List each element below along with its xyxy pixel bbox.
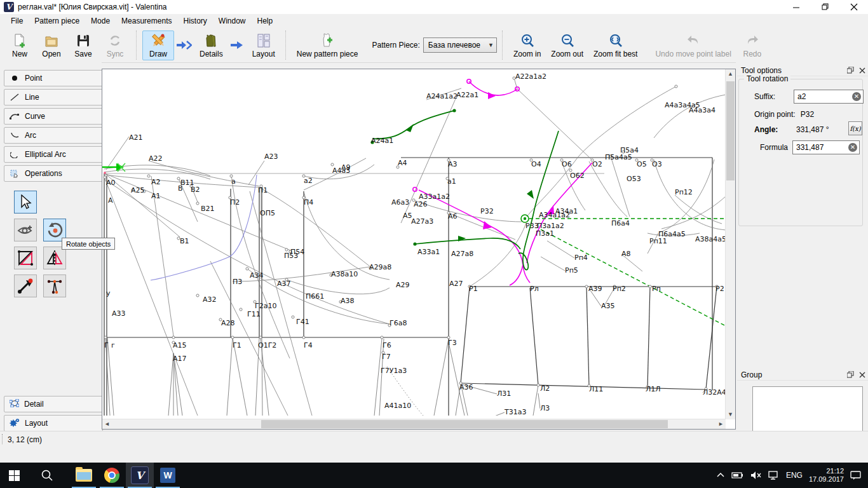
menu-help[interactable]: Help (252, 15, 279, 27)
point-label[interactable]: А27 (449, 280, 463, 288)
point-label[interactable]: Л32А40 (703, 388, 726, 396)
language-indicator[interactable]: ENG (786, 471, 803, 480)
point-label[interactable]: Рп5 (565, 266, 578, 274)
point-label[interactable]: Рл (530, 285, 539, 293)
point-label[interactable]: А22а1а2 (515, 72, 546, 81)
point-label[interactable]: П5а4а5 (605, 153, 632, 161)
pattern-point[interactable] (172, 336, 175, 339)
point-label[interactable]: А41а10 (384, 402, 411, 410)
point-label[interactable]: О1Г2 (258, 341, 276, 349)
pattern-point[interactable] (302, 336, 305, 339)
select-tool-button[interactable] (14, 191, 37, 214)
point-label[interactable]: А22 (149, 154, 163, 163)
point-label[interactable]: Г6а8 (390, 319, 407, 327)
close-panel-icon[interactable] (859, 372, 865, 378)
network-icon[interactable] (768, 471, 780, 480)
point-label[interactable]: А34 (250, 271, 264, 280)
point-label[interactable]: А35 (601, 302, 615, 310)
curve-endpoint-green[interactable] (413, 242, 416, 245)
point-label[interactable]: Л1Л (646, 385, 661, 393)
point-label[interactable]: Г7 (382, 353, 391, 361)
menu-file[interactable]: File (5, 15, 29, 27)
point-label[interactable]: А37 (277, 280, 291, 288)
point-label[interactable]: Г41 (296, 318, 309, 326)
point-label[interactable]: О5 (637, 160, 647, 168)
close-button[interactable] (839, 0, 868, 14)
minimize-button[interactable] (782, 0, 811, 14)
pattern-point[interactable] (246, 268, 248, 270)
vertical-scrollbar[interactable]: ▲ ▼ (725, 69, 735, 419)
pattern-point[interactable] (675, 85, 677, 88)
point-label[interactable]: Рп (652, 285, 661, 293)
point-label[interactable]: А4а3а4 (689, 106, 715, 114)
new-button[interactable]: New (4, 30, 36, 60)
point-label[interactable]: Г3 (448, 339, 457, 347)
point-label[interactable]: А29а8 (369, 263, 391, 271)
point-label[interactable]: А33 (112, 309, 126, 318)
point-label[interactable]: А8 (621, 250, 631, 258)
point-label[interactable]: А34а1а2 (539, 211, 570, 219)
point-label[interactable]: А22а1 (456, 91, 478, 99)
clock[interactable]: 21:12 17.09.2017 (809, 467, 844, 484)
point-label[interactable]: Рп11 (649, 237, 667, 245)
point-label[interactable]: Г4 (304, 341, 313, 349)
point-label[interactable]: П1 (258, 186, 268, 194)
point-label[interactable]: ОП5 (260, 209, 275, 217)
taskbar-valentina-button[interactable]: V (126, 463, 154, 488)
pattern-canvas[interactable]: А21А22А23А24а1А24а1а2А22а1А22а1а2А4а3а4а… (102, 69, 726, 416)
detail-mode-button[interactable]: Detail (4, 396, 103, 412)
point-label[interactable]: А39 (588, 285, 602, 293)
add-to-group-tool-button[interactable] (14, 219, 37, 241)
point-label[interactable]: А21 (129, 133, 143, 142)
open-button[interactable]: Open (36, 30, 67, 60)
taskbar-chrome-button[interactable] (98, 463, 126, 488)
point-label[interactable]: А38а4а5 (695, 235, 726, 243)
point-label[interactable]: у (106, 289, 111, 297)
pattern-point[interactable] (231, 336, 234, 339)
point-label[interactable]: А27а3 (411, 217, 433, 226)
point-label[interactable]: О4 (531, 160, 541, 168)
point-label[interactable]: Р2 (715, 285, 724, 293)
point-label[interactable]: Л31 (497, 390, 511, 398)
point-label[interactable]: П6а4 (611, 219, 630, 227)
point-label[interactable]: О2 (592, 160, 602, 168)
restore-button[interactable] (811, 0, 839, 14)
float-panel-icon[interactable] (847, 67, 854, 74)
battery-icon[interactable] (731, 471, 744, 479)
point-label[interactable]: Г (104, 341, 109, 349)
pattern-point[interactable] (331, 163, 334, 166)
point-label[interactable]: П3а1 (536, 229, 554, 238)
category-curve[interactable]: Curve (4, 108, 103, 125)
category-operations[interactable]: Operations (4, 165, 103, 182)
point-label[interactable]: Г2а10 (255, 302, 276, 310)
point-label[interactable]: Г7У1а3 (381, 367, 407, 375)
menu-pattern-piece[interactable]: Pattern piece (29, 15, 85, 27)
horizontal-scrollbar[interactable]: ◄ ► (102, 419, 726, 429)
volume-muted-icon[interactable] (750, 471, 762, 480)
taskbar-explorer-button[interactable] (70, 463, 98, 488)
layout-mode-button[interactable]: Layout (247, 30, 280, 60)
point-label[interactable]: А38а10 (331, 270, 358, 278)
point-label[interactable]: П4 (304, 198, 313, 207)
formula-input[interactable]: 331,487 ✕ (792, 140, 860, 154)
move-tool-button[interactable] (14, 274, 37, 297)
horizontal-scroll-thumb[interactable] (261, 420, 668, 428)
clear-formula-icon[interactable]: ✕ (848, 143, 857, 152)
suffix-input[interactable]: a2 ✕ (794, 90, 864, 104)
menu-history[interactable]: History (177, 15, 212, 27)
point-label[interactable]: Рп2 (613, 285, 626, 293)
pattern-point[interactable] (381, 336, 383, 339)
notification-center-icon[interactable] (850, 470, 862, 480)
point-label[interactable]: Л11 (589, 385, 603, 393)
scroll-right-icon[interactable]: ► (716, 419, 726, 429)
draw-mode-button[interactable]: Draw (142, 30, 174, 60)
point-label[interactable]: А24а1а2 (426, 92, 458, 100)
point-label[interactable]: А6 (448, 212, 458, 220)
point-label[interactable]: Г1 (233, 341, 241, 349)
point-label[interactable]: А26 (414, 200, 428, 208)
menu-window[interactable]: Window (213, 15, 252, 27)
save-button[interactable]: Save (67, 30, 99, 60)
point-label[interactable]: А38 (341, 297, 355, 305)
point-label[interactable]: Л3 (540, 404, 550, 412)
close-panel-icon[interactable] (859, 67, 865, 74)
